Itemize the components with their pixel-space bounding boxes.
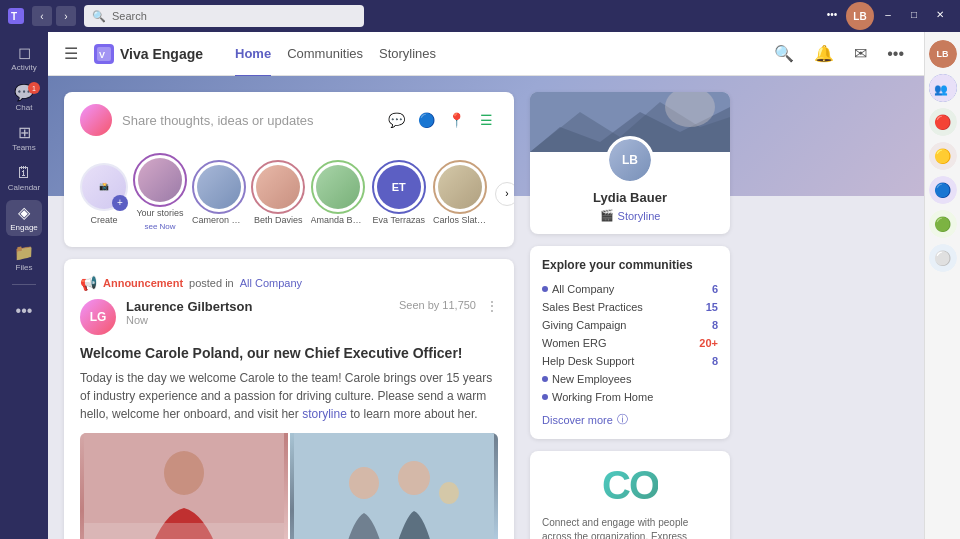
hamburger-button[interactable]: ☰	[64, 44, 78, 63]
sidebar-item-chat[interactable]: 💬 1 Chat	[6, 80, 42, 116]
amanda-story-item[interactable]: Amanda Bary	[311, 163, 365, 225]
sidebar-item-engage[interactable]: ◈ Engage	[6, 200, 42, 236]
storyline-label: Storyline	[618, 210, 661, 222]
app-title: Viva Engage	[120, 46, 203, 62]
more-nav-button[interactable]: •••	[883, 41, 908, 67]
sidebar-item-activity[interactable]: ◻ Activity	[6, 40, 42, 76]
your-stories-item[interactable]: Your stories see Now	[136, 156, 184, 231]
calendar-icon: 🗓	[16, 165, 32, 181]
svg-text:👥: 👥	[934, 82, 948, 96]
storyline-icon: 🎬	[600, 209, 614, 222]
community-name: Sales Best Practices	[542, 301, 643, 313]
nav-item-home[interactable]: Home	[235, 42, 271, 65]
svg-rect-7	[294, 433, 494, 539]
community-item-newemployees[interactable]: New Employees	[542, 370, 718, 388]
your-stories-sublabel: see Now	[144, 222, 175, 231]
community-name: All Company	[542, 283, 614, 295]
right-sidebar: LB 👥 🔴 🟡 🔵 🟢 ⚪	[924, 32, 960, 539]
search-button[interactable]: 🔍	[770, 40, 798, 67]
stories-next-button[interactable]: ›	[495, 182, 514, 206]
community-item-womenerg[interactable]: Women ERG 20+	[542, 334, 718, 352]
nav-item-communities[interactable]: Communities	[287, 42, 363, 65]
nav-actions: 🔍 🔔 ✉ •••	[770, 40, 908, 67]
post-author-avatar: LG	[80, 299, 116, 335]
svg-point-9	[398, 461, 430, 495]
activity-icon: ◻	[18, 45, 31, 61]
compose-media-icon[interactable]: 🔵	[414, 108, 438, 132]
community-item-wfh[interactable]: Working From Home	[542, 388, 718, 406]
communities-card: Explore your communities All Company 6 S…	[530, 246, 730, 439]
profile-storyline-link[interactable]: 🎬 Storyline	[542, 209, 718, 222]
storyline-link[interactable]: storyline	[302, 407, 347, 421]
right-avatar-1[interactable]: LB	[929, 40, 957, 68]
post-time: Now	[126, 314, 389, 326]
sidebar-item-files[interactable]: 📁 Files	[6, 240, 42, 276]
compose-list-icon[interactable]: ☰	[474, 108, 498, 132]
community-link[interactable]: All Company	[240, 277, 302, 289]
right-avatar-3[interactable]: 🔴	[929, 108, 957, 136]
beth-story-item[interactable]: Beth Davies	[254, 163, 303, 225]
story-ring	[311, 160, 365, 214]
nav-buttons: ‹ ›	[32, 6, 76, 26]
profile-name: Lydia Bauer	[542, 190, 718, 205]
community-count: 20+	[699, 337, 718, 349]
right-avatar-6[interactable]: 🟢	[929, 210, 957, 238]
profile-avatar-big: LB	[606, 136, 654, 184]
community-item-helpdesk[interactable]: Help Desk Support 8	[542, 352, 718, 370]
compose-avatar	[80, 104, 112, 136]
top-nav: ☰ V Viva Engage Home Communities Storyli…	[48, 32, 924, 76]
co-card: CO Connect and engage with people across…	[530, 451, 730, 539]
minimize-button[interactable]: –	[876, 2, 900, 26]
community-item-sales[interactable]: Sales Best Practices 15	[542, 298, 718, 316]
right-avatar-2[interactable]: 👥	[929, 74, 957, 102]
community-item-giving[interactable]: Giving Campaign 8	[542, 316, 718, 334]
maximize-button[interactable]: □	[902, 2, 926, 26]
sidebar-item-teams[interactable]: ⊞ Teams	[6, 120, 42, 156]
more-button[interactable]: •••	[820, 2, 844, 26]
carlos-story-item[interactable]: Carlos Slatt...	[433, 163, 487, 225]
user-avatar[interactable]: LB	[846, 2, 874, 30]
discover-more-label: Discover more	[542, 414, 613, 426]
feed-column: Share thoughts, ideas or updates 💬 🔵 📍 ☰	[64, 92, 514, 523]
nav-item-storylines[interactable]: Storylines	[379, 42, 436, 65]
create-story-button[interactable]: 📸 +	[80, 163, 128, 211]
discover-more-link[interactable]: Discover more ⓘ	[542, 412, 718, 427]
community-dot	[542, 394, 548, 400]
post-images	[80, 433, 498, 539]
eva-avatar: ET	[375, 163, 423, 211]
cameron-story-item[interactable]: Cameron Ex...	[192, 163, 246, 225]
right-avatar-5[interactable]: 🔵	[929, 176, 957, 204]
post-header: LG Laurence Gilbertson Now Seen by 11,75…	[80, 299, 498, 335]
close-button[interactable]: ✕	[928, 2, 952, 26]
community-count: 8	[712, 355, 718, 367]
story-ring	[251, 160, 305, 214]
compose-chat-icon[interactable]: 💬	[384, 108, 408, 132]
right-avatar-7[interactable]: ⚪	[929, 244, 957, 272]
community-count: 15	[706, 301, 718, 313]
story-ring	[433, 160, 487, 214]
right-avatar-4[interactable]: 🟡	[929, 142, 957, 170]
beth-label: Beth Davies	[254, 215, 303, 225]
cameron-avatar	[195, 163, 243, 211]
community-item-allcompany[interactable]: All Company 6	[542, 280, 718, 298]
mail-button[interactable]: ✉	[850, 40, 871, 67]
post-card: 📢 Announcement posted in All Company LG …	[64, 259, 514, 539]
compose-input[interactable]: Share thoughts, ideas or updates	[122, 113, 374, 128]
engage-icon: ◈	[18, 205, 30, 221]
your-stories-avatar	[136, 156, 184, 204]
avatar-circle: 🔵	[929, 176, 957, 204]
compose-area: Share thoughts, ideas or updates 💬 🔵 📍 ☰	[64, 92, 514, 148]
compose-pin-icon[interactable]: 📍	[444, 108, 468, 132]
nav-items: Home Communities Storylines	[235, 42, 436, 65]
back-button[interactable]: ‹	[32, 6, 52, 26]
notifications-button[interactable]: 🔔	[810, 40, 838, 67]
search-bar[interactable]: 🔍 Search	[84, 5, 364, 27]
sidebar-item-calendar[interactable]: 🗓 Calendar	[6, 160, 42, 196]
amanda-avatar	[314, 163, 362, 211]
forward-button[interactable]: ›	[56, 6, 76, 26]
create-story-item[interactable]: 📸 + Create	[80, 163, 128, 225]
post-more-button[interactable]: ⋮	[486, 299, 498, 313]
sidebar-item-more[interactable]: •••	[6, 293, 42, 329]
teams-nav-icon: ⊞	[18, 125, 31, 141]
eva-story-item[interactable]: ET Eva Terrazas	[373, 163, 425, 225]
